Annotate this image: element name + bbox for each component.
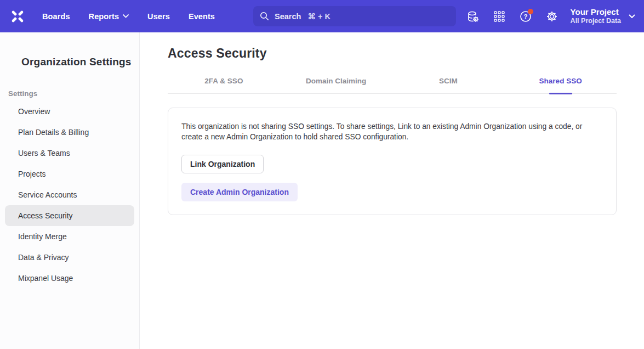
sidebar-title: Organization Settings [21,56,139,68]
nav-item-reports[interactable]: Reports [82,8,136,25]
nav-links: Boards Reports Users Events [35,8,222,25]
sidebar-item-data-privacy[interactable]: Data & Privacy [5,247,134,268]
access-security-tabs: 2FA & SSO Domain Claiming SCIM Shared SS… [168,77,617,94]
mixpanel-logo-icon [9,8,26,25]
sidebar-item-service-accounts[interactable]: Service Accounts [5,184,134,205]
project-switcher[interactable]: Your Project All Project Data [571,7,635,25]
apps-grid-button[interactable] [488,5,510,27]
tab-shared-sso[interactable]: Shared SSO [504,77,617,93]
nav-item-reports-label: Reports [89,12,119,21]
create-admin-organization-button[interactable]: Create Admin Organization [181,183,298,201]
sidebar-section-label: Settings [8,89,139,98]
nav-item-events[interactable]: Events [181,8,222,25]
shared-sso-card: This organization is not sharing SSO set… [168,108,617,215]
notification-badge [528,9,533,14]
chevron-down-icon [629,14,635,19]
top-nav: Boards Reports Users Events Search ⌘ + K [0,0,644,32]
settings-button[interactable] [541,5,563,27]
nav-item-events-label: Events [189,12,215,21]
project-data-scope: All Project Data [571,17,621,25]
main-content: Access Security 2FA & SSO Domain Claimin… [140,32,644,349]
search-shortcut: ⌘ + K [307,12,330,21]
sidebar-item-users-teams[interactable]: Users & Teams [5,143,134,164]
sidebar-item-identity-merge[interactable]: Identity Merge [5,226,134,247]
sidebar-item-projects[interactable]: Projects [5,164,134,184]
settings-sidebar: Organization Settings Settings Overview … [0,32,140,349]
sidebar-item-plan-details-billing[interactable]: Plan Details & Billing [5,122,134,143]
nav-item-users[interactable]: Users [140,8,177,25]
tab-2fa-sso[interactable]: 2FA & SSO [168,77,280,93]
link-organization-button[interactable]: Link Organization [181,155,264,173]
tab-domain-claiming[interactable]: Domain Claiming [280,77,392,93]
svg-text:?: ? [523,13,527,20]
sidebar-item-overview[interactable]: Overview [5,101,134,122]
nav-item-boards[interactable]: Boards [35,8,77,25]
search-placeholder: Search [275,12,301,21]
data-management-button[interactable] [462,5,484,27]
shared-sso-description: This organization is not sharing SSO set… [181,121,599,142]
page-layout: Organization Settings Settings Overview … [0,32,644,349]
nav-item-users-label: Users [147,12,170,21]
help-button[interactable]: ? [515,5,537,27]
nav-right-controls: ? Your Project All Project Data [458,5,635,27]
sidebar-item-access-security[interactable]: Access Security [5,205,134,226]
sidebar-item-mixpanel-usage[interactable]: Mixpanel Usage [5,268,134,289]
tab-scim[interactable]: SCIM [392,77,505,93]
search-icon [260,12,269,21]
project-info: Your Project All Project Data [571,7,621,25]
data-management-icon [466,10,480,23]
apps-grid-icon [493,10,505,22]
page-title: Access Security [168,46,617,61]
mixpanel-logo[interactable] [0,8,35,25]
chevron-down-icon [123,14,129,18]
settings-gear-icon [545,10,558,23]
nav-item-boards-label: Boards [42,12,70,21]
search-input[interactable]: Search ⌘ + K [253,6,456,26]
project-name: Your Project [571,7,621,17]
